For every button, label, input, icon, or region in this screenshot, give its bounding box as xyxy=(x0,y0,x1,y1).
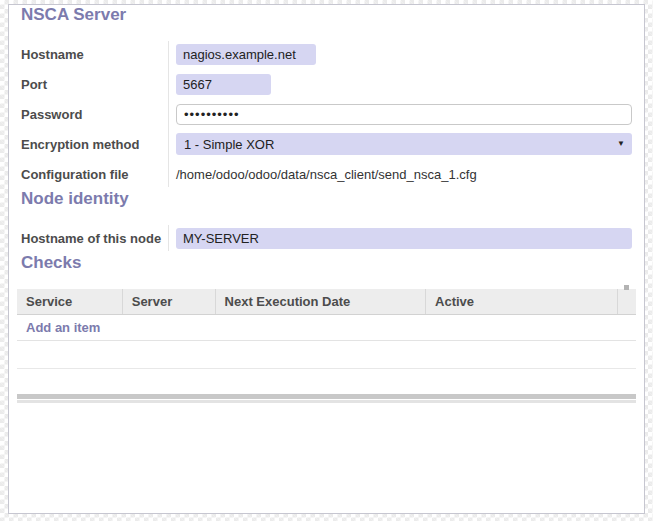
table-corner-marker xyxy=(624,285,629,290)
password-input[interactable] xyxy=(176,104,632,125)
encryption-method-selected-value: 1 - Simple XOR xyxy=(184,137,274,152)
column-header-service[interactable]: Service xyxy=(17,289,122,314)
nsca-server-form: Hostname Port Password Encryption method… xyxy=(21,39,632,189)
checks-section-title: Checks xyxy=(21,253,632,273)
page-background: { "sections": { "nsca_server": { "title"… xyxy=(0,0,653,521)
hostname-input[interactable] xyxy=(176,44,316,65)
password-row: Password xyxy=(21,99,632,129)
column-header-server[interactable]: Server xyxy=(122,289,215,314)
configuration-file-label: Configuration file xyxy=(21,167,168,182)
checks-table-container: Service Server Next Execution Date Activ… xyxy=(17,289,636,369)
hostname-row: Hostname xyxy=(21,39,632,69)
column-header-next-execution-date[interactable]: Next Execution Date xyxy=(215,289,425,314)
empty-table-row xyxy=(17,340,636,368)
checks-header-row: Service Server Next Execution Date Activ… xyxy=(17,289,636,314)
port-input[interactable] xyxy=(176,74,271,95)
port-row: Port xyxy=(21,69,632,99)
node-identity-section-title: Node identity xyxy=(21,189,632,209)
column-header-active[interactable]: Active xyxy=(426,289,618,314)
hostname-label: Hostname xyxy=(21,47,168,62)
add-item-row: Add an item xyxy=(17,314,636,340)
nsca-server-section-title: NSCA Server xyxy=(21,5,632,25)
node-hostname-label: Hostname of this node xyxy=(21,231,168,246)
configuration-file-row: Configuration file /home/odoo/odoo/data/… xyxy=(21,159,632,189)
encryption-method-select[interactable]: 1 - Simple XOR ▼ xyxy=(176,133,632,155)
form-sheet: NSCA Server Hostname Port Password Encry… xyxy=(8,4,645,514)
node-identity-form: Hostname of this node xyxy=(21,223,632,253)
chevron-down-icon: ▼ xyxy=(617,140,625,148)
column-header-spacer xyxy=(617,289,636,314)
port-label: Port xyxy=(21,77,168,92)
password-label: Password xyxy=(21,107,168,122)
checks-table: Service Server Next Execution Date Activ… xyxy=(17,289,636,369)
node-hostname-input[interactable] xyxy=(176,228,632,249)
node-hostname-row: Hostname of this node xyxy=(21,223,632,253)
encryption-method-label: Encryption method xyxy=(21,137,168,152)
add-an-item-link[interactable]: Add an item xyxy=(26,320,100,335)
configuration-file-value: /home/odoo/odoo/data/nsca_client/send_ns… xyxy=(176,167,477,182)
horizontal-scrollbar[interactable] xyxy=(17,394,636,403)
encryption-method-row: Encryption method 1 - Simple XOR ▼ xyxy=(21,129,632,159)
